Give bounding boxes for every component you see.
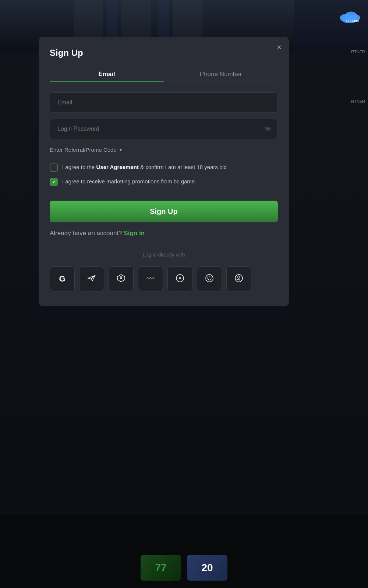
email-input[interactable] bbox=[50, 92, 278, 113]
password-input[interactable] bbox=[50, 119, 278, 139]
google-login-button[interactable]: G bbox=[50, 266, 75, 291]
svg-point-14 bbox=[206, 275, 213, 282]
chevron-down-icon: ▾ bbox=[120, 147, 122, 153]
line-login-button[interactable] bbox=[197, 266, 222, 291]
promo-code-label: Enter Referral/Promo Code bbox=[50, 147, 117, 153]
user-agreement-row: I agree to the User Agreement & confirm … bbox=[50, 163, 278, 172]
tab-bar: Email Phone Number bbox=[50, 67, 278, 82]
close-button[interactable]: × bbox=[277, 43, 282, 51]
divider-left bbox=[50, 255, 137, 255]
svg-point-16 bbox=[238, 276, 240, 278]
tab-phone[interactable]: Phone Number bbox=[164, 67, 278, 82]
metamask-login-button[interactable] bbox=[109, 266, 134, 291]
cloud9-logo: CLOUD9 bbox=[339, 7, 361, 27]
wave-login-button[interactable]: 〰 bbox=[138, 266, 163, 291]
social-login-row: G 〰 bbox=[50, 266, 278, 291]
telegram-icon bbox=[87, 274, 96, 284]
password-input-group: 👁 bbox=[50, 119, 278, 139]
signup-button[interactable]: Sign Up bbox=[50, 201, 278, 222]
user-agreement-checkbox[interactable] bbox=[50, 164, 58, 172]
whatsapp-icon bbox=[176, 274, 184, 284]
email-input-group bbox=[50, 92, 278, 113]
google-icon: G bbox=[59, 274, 65, 284]
promo-code-row[interactable]: Enter Referral/Promo Code ▾ bbox=[50, 145, 278, 154]
signin-link[interactable]: Sign in bbox=[124, 230, 145, 237]
signin-row: Already have an account? Sign in bbox=[50, 230, 278, 237]
modal-title: Sign Up bbox=[50, 48, 278, 58]
svg-text:CLOUD9: CLOUD9 bbox=[346, 19, 359, 23]
user-agreement-text: I agree to the User Agreement & confirm … bbox=[62, 163, 227, 172]
steam-icon bbox=[234, 274, 243, 284]
metamask-icon bbox=[117, 274, 125, 284]
bottom-card-2: 20 bbox=[187, 555, 227, 581]
signin-prompt: Already have an account? bbox=[50, 230, 122, 237]
bottom-card-1: 77 bbox=[141, 555, 181, 581]
line-icon bbox=[205, 274, 214, 284]
marketing-text: I agree to receive marketing promotions … bbox=[62, 178, 196, 186]
signup-modal: × Sign Up Email Phone Number 👁 Enter Ref… bbox=[39, 37, 289, 306]
tab-email[interactable]: Email bbox=[50, 67, 164, 82]
svg-point-12 bbox=[120, 277, 122, 279]
partner-label-2: RTNER bbox=[351, 99, 365, 104]
telegram-login-button[interactable] bbox=[79, 266, 104, 291]
steam-login-button[interactable] bbox=[226, 266, 251, 291]
bottom-bar: 77 20 bbox=[0, 555, 368, 581]
partner-label-1: RTNER bbox=[351, 50, 365, 54]
user-agreement-link[interactable]: User Agreement bbox=[96, 164, 139, 170]
whatsapp-login-button[interactable] bbox=[167, 266, 192, 291]
divider-row: Log in directly with bbox=[50, 252, 278, 258]
marketing-row: ✓ I agree to receive marketing promotion… bbox=[50, 178, 278, 186]
checkmark-icon: ✓ bbox=[52, 179, 56, 185]
password-toggle-icon[interactable]: 👁 bbox=[265, 125, 271, 133]
marketing-checkbox[interactable]: ✓ bbox=[50, 178, 58, 186]
divider-right bbox=[190, 255, 278, 255]
wave-icon: 〰 bbox=[146, 274, 155, 284]
divider-label: Log in directly with bbox=[142, 252, 185, 258]
